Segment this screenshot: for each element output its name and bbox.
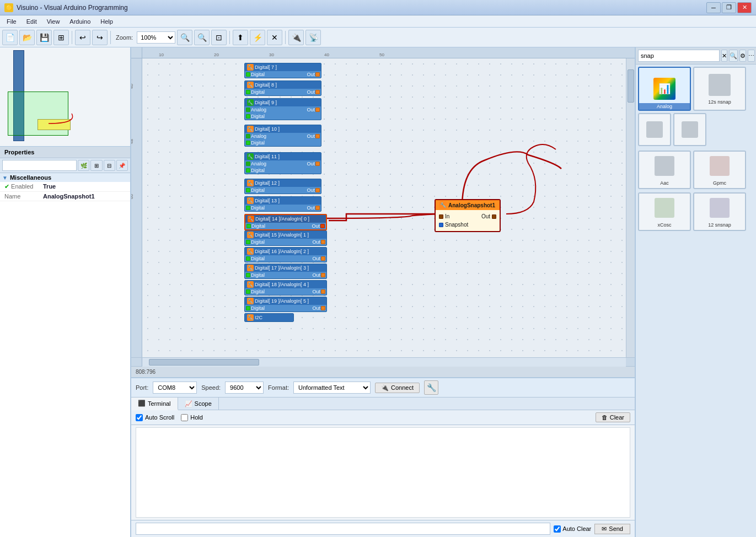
clear-button[interactable]: 🗑 Clear [596,412,630,422]
layout-button[interactable]: ⊞ [53,30,69,45]
component-digital14[interactable]: 🔧 Digital[ 14 ]/AnalogIn[ 0 ] Digital Ou… [244,214,327,230]
undo-button[interactable]: ↩ [75,30,90,45]
search-button[interactable]: 🔍 [729,50,738,62]
component-digital11[interactable]: 🔧 Digital[ 11 ] Analog Out Digital [244,152,321,174]
comp-card-label-aac: Aac [659,179,670,187]
comp-card-gpmc[interactable]: Gpmc [693,151,746,189]
minimize-button[interactable]: ─ [706,2,721,13]
canvas-coordinates: 808:796 [136,369,156,375]
compile-button[interactable]: ⚡ [250,30,265,45]
scrollbar-horizontal-thumb[interactable] [149,359,259,366]
arduino-button[interactable]: 🔌 [288,30,304,45]
auto-scroll-checkbox[interactable] [136,414,143,421]
prop-pin-button[interactable]: 📌 [116,160,128,171]
properties-search-input[interactable] [2,160,77,171]
comp-card-gray4[interactable] [673,113,706,146]
serial-button[interactable]: 📡 [305,30,321,45]
zoom-fit-button[interactable]: ⊡ [211,30,227,45]
search-more-button[interactable]: ⋯ [748,50,755,62]
tab-scope[interactable]: 📈 Scope [178,398,219,410]
upload-button[interactable]: ⬆ [233,30,248,45]
properties-header: Properties [0,147,130,158]
component-digital13[interactable]: 🔧 Digital[ 13 ] Digital Out [244,196,321,212]
comp-card-snap2[interactable]: 12s nsnap [693,67,746,111]
comp-card-xcosc[interactable]: xCosc [638,192,691,231]
prop-collapse-button[interactable]: ⊟ [104,160,115,171]
format-label: Format: [268,384,289,391]
center-area: 10 20 30 40 50 40 48 60 [131,47,635,537]
hold-label[interactable]: Hold [181,414,203,421]
serial-output[interactable] [136,427,630,518]
toolbar-separator-3 [229,31,230,44]
speed-select[interactable]: 9600 115200 57600 [225,382,264,394]
menu-edit[interactable]: Edit [22,17,41,26]
tab-terminal[interactable]: ⬛ Terminal [131,398,178,410]
component-digital19[interactable]: 🔧 Digital[ 19 ]/AnalogIn[ 5 ] Digital Ou… [244,297,327,312]
menu-arduino[interactable]: Arduino [65,17,95,26]
component-search-input[interactable] [638,50,720,62]
menu-help[interactable]: Help [96,17,117,26]
format-select[interactable]: Unformatted Text ASCII Hex [293,382,371,394]
comp-card-gray3[interactable] [638,113,671,146]
connect-button[interactable]: 🔌 Connect [375,383,420,393]
properties-tree: ▼ Miscellaneous ✔ Enabled True Name Anal… [0,173,130,537]
prop-key-name: Name [4,193,43,200]
title-bar: 🟡 Visuino - Visual Arduino Programming ─… [0,0,756,15]
prop-expand-button[interactable]: ⊞ [90,160,102,171]
scrollbar-vertical-thumb[interactable] [628,69,634,103]
send-button[interactable]: ✉ Send [594,524,630,534]
serial-input-row: Auto Clear ✉ Send [131,520,635,537]
open-button[interactable]: 📂 [19,30,35,45]
auto-scroll-label[interactable]: Auto Scroll [136,414,174,421]
comp-card-snsnap[interactable]: 12 snsnap [693,192,746,231]
redo-button[interactable]: ↪ [92,30,108,45]
component-i2c[interactable]: 🔧 I2C [244,313,294,322]
hold-checkbox[interactable] [181,414,188,421]
prop-row-name: Name AnalogSnapshot1 [0,192,130,201]
new-button[interactable]: 📄 [2,30,18,45]
prop-val-name: AnalogSnapshot1 [43,193,126,200]
menu-view[interactable]: View [42,17,65,26]
component-digital15[interactable]: 🔧 Digital[ 15 ]/AnalogIn[ 1 ] Digital Ou… [244,230,327,246]
component-digital17[interactable]: 🔧 Digital[ 17 ]/AnalogIn[ 3 ] Digital Ou… [244,264,327,279]
comp-card-label-2: 12s nsnap [707,98,732,106]
minimap[interactable] [0,47,130,147]
auto-clear-checkbox[interactable] [554,525,561,533]
serial-tabs: ⬛ Terminal 📈 Scope [131,398,635,410]
component-digital7[interactable]: 🔧 Digital[ 7 ] Digital Out [244,63,321,78]
port-select[interactable]: COM8 COM1 COM2 [153,382,197,394]
restore-button[interactable]: ❐ [722,2,736,13]
prop-filter-button[interactable]: 🌿 [78,160,89,171]
component-digital12[interactable]: 🔧 Digital[ 12 ] Digital Out [244,179,321,194]
snapshot-in-row: In Out [439,212,496,221]
zoom-select[interactable]: 100% 75% 50% 150% [137,31,175,44]
menu-file[interactable]: File [2,17,21,26]
component-digital18[interactable]: 🔧 Digital[ 18 ]/AnalogIn[ 4 ] Digital Ou… [244,280,327,296]
zoom-out-button[interactable]: 🔍 [194,30,210,45]
gray-icon-4 [651,153,678,179]
zoom-in-button[interactable]: 🔍 [177,30,192,45]
ruler-top: 10 20 30 40 50 [142,47,635,58]
serial-settings-button[interactable]: 🔧 [424,380,438,395]
main-canvas[interactable]: 🔧 Digital[ 7 ] Digital Out 🔧 Digital[ 8 … [142,58,626,357]
scrollbar-horizontal[interactable] [131,357,635,366]
tree-category-misc[interactable]: ▼ Miscellaneous [0,173,130,182]
comp-card-aac[interactable]: Aac [638,151,691,189]
snapshot-block[interactable]: 🔧 AnalogSnapshot1 In Out [435,199,501,232]
search-settings-button[interactable]: ⚙ [739,50,746,62]
component-digital9[interactable]: 🔧 Digital[ 9 ] Analog Out Digital [244,98,321,120]
serial-input-field[interactable] [136,523,550,535]
close-button[interactable]: ✕ [737,2,752,13]
comp-card-analog[interactable]: Analog 📊 [638,67,691,111]
auto-clear-label[interactable]: Auto Clear [554,525,591,533]
toolbar-separator-1 [72,31,72,44]
search-clear-button[interactable]: ✕ [721,50,727,62]
scrollbar-vertical[interactable] [626,58,635,357]
prop-val-enabled: True [43,183,126,190]
component-digital8[interactable]: 🔧 Digital[ 8 ] Digital Out [244,80,321,96]
component-digital10[interactable]: 🔧 Digital[ 10 ] Analog Out Digital [244,125,321,147]
delete-button[interactable]: ✕ [267,30,282,45]
save-button[interactable]: 💾 [36,30,52,45]
component-digital16[interactable]: 🔧 Digital[ 16 ]/AnalogIn[ 2 ] Digital Ou… [244,247,327,262]
comp-grid-row-2 [638,113,754,146]
